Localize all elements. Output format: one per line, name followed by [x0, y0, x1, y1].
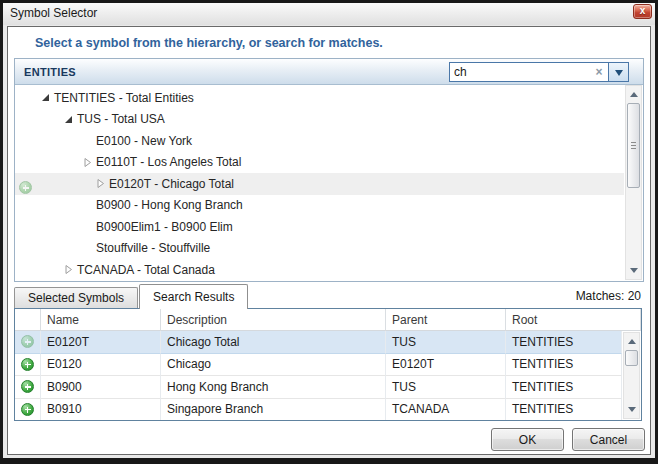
tree-item[interactable]: B0900Elim1 - B0900 Elim [15, 216, 624, 238]
tree-item[interactable]: E0110T - Los Angeles Total [15, 152, 624, 174]
column-header-icon [15, 309, 41, 331]
arrow-down-icon [630, 268, 638, 277]
collapsed-triangle-icon [64, 264, 73, 275]
entity-tree: TENTITIES - Total EntitiesTUS - Total US… [15, 85, 643, 281]
tree-item-label: TUS - Total USA [77, 112, 165, 126]
expanded-triangle-icon [65, 116, 72, 123]
search-results-table: NameDescriptionParentRoot E0120TChicago … [14, 308, 642, 421]
tree-scrollbar-thumb[interactable] [627, 103, 640, 188]
cell-parent: E0120T [386, 354, 506, 377]
row-icon-cell [15, 354, 41, 377]
arrow-down-icon [628, 407, 636, 416]
tree-item[interactable]: B0900 - Hong Kong Branch [15, 195, 624, 217]
ok-button[interactable]: OK [491, 428, 564, 451]
cancel-button[interactable]: Cancel [572, 428, 645, 451]
tree-item-label: Stouffville - Stouffville [96, 241, 210, 255]
row-icon-cell [15, 399, 41, 422]
dialog-content: Select a symbol from the hierarchy, or s… [7, 26, 651, 455]
add-symbol-icon[interactable] [21, 403, 34, 416]
arrow-up-icon [628, 335, 636, 344]
tree-item-label: TCANADA - Total Canada [77, 263, 215, 277]
scroll-up-button[interactable] [624, 334, 639, 349]
expander-spacer [81, 242, 93, 254]
search-box: × [449, 62, 629, 82]
expanded-triangle-icon [42, 94, 49, 101]
search-input[interactable] [450, 63, 590, 81]
matches-count: Matches: 20 [576, 289, 644, 308]
clear-search-icon[interactable]: × [590, 63, 608, 81]
cell-name: B0900 [41, 376, 161, 399]
row-icon-cell [15, 331, 41, 354]
cell-name: B0910 [41, 399, 161, 422]
cell-description: Singapore Branch [161, 399, 386, 422]
titlebar[interactable]: Symbol Selector x [3, 3, 655, 25]
cell-parent: TUS [386, 331, 506, 354]
expander-collapsed-icon[interactable] [62, 264, 74, 276]
scroll-down-button[interactable] [626, 263, 641, 278]
table-scrollbar-thumb[interactable] [625, 350, 638, 366]
expander-spacer [81, 135, 93, 147]
collapsed-triangle-icon [96, 178, 105, 189]
entities-header-label: ENTITIES [24, 66, 76, 78]
cell-description: Chicago [161, 354, 386, 377]
window-title: Symbol Selector [10, 6, 97, 20]
tree-item[interactable]: TUS - Total USA [15, 109, 624, 131]
search-dropdown-button[interactable] [608, 63, 628, 81]
tree-item[interactable]: E0100 - New York [15, 130, 624, 152]
cell-description: Hong Kong Branch [161, 376, 386, 399]
instruction-text: Select a symbol from the hierarchy, or s… [35, 36, 383, 50]
cell-root: TENTITIES [506, 376, 622, 399]
table-body: E0120TChicago TotalTUSTENTITIESE0120Chic… [15, 331, 622, 421]
column-header-parent[interactable]: Parent [386, 309, 506, 331]
add-symbol-icon [19, 181, 32, 194]
cell-name: E0120T [41, 331, 161, 354]
tree-item-label: B0900Elim1 - B0900 Elim [96, 220, 233, 234]
expander-collapsed-icon[interactable] [94, 178, 106, 190]
tree-item[interactable]: TENTITIES - Total Entities [15, 87, 624, 109]
entities-panel: ENTITIES × TENTITIES - Total EntitiesTUS… [14, 58, 644, 282]
tab-selected-symbols[interactable]: Selected Symbols [14, 287, 138, 308]
add-symbol-icon[interactable] [21, 335, 34, 348]
tree-item[interactable]: TCANADA - Total Canada [15, 259, 624, 281]
collapsed-triangle-icon [83, 157, 92, 168]
grip-icon [631, 142, 636, 149]
tree-item[interactable]: E0120T - Chicago Total [15, 173, 624, 195]
expander-expanded-icon[interactable] [62, 113, 74, 125]
close-button[interactable]: x [633, 4, 652, 19]
cell-root: TENTITIES [506, 354, 622, 377]
expander-expanded-icon[interactable] [39, 92, 51, 104]
expander-collapsed-icon[interactable] [81, 156, 93, 168]
tree-item-label: TENTITIES - Total Entities [54, 91, 194, 105]
expander-spacer [81, 221, 93, 233]
tab-search-results[interactable]: Search Results [139, 284, 248, 309]
tabs-row: Selected SymbolsSearch Results Matches: … [14, 283, 644, 308]
table-row[interactable]: B0910Singapore BranchTCANADATENTITIES [15, 399, 622, 422]
column-header-root[interactable]: Root [506, 309, 641, 331]
add-symbol-icon[interactable] [21, 380, 34, 393]
chevron-down-icon [615, 70, 623, 80]
close-icon: x [634, 5, 651, 17]
cell-root: TENTITIES [506, 331, 622, 354]
cell-description: Chicago Total [161, 331, 386, 354]
add-symbol-icon[interactable] [21, 358, 34, 371]
arrow-up-icon [630, 88, 638, 97]
tree-item-label: E0110T - Los Angeles Total [96, 155, 241, 169]
table-header-row: NameDescriptionParentRoot [15, 309, 641, 331]
table-row[interactable]: B0900Hong Kong BranchTUSTENTITIES [15, 376, 622, 399]
column-header-name[interactable]: Name [41, 309, 161, 331]
table-row[interactable]: E0120ChicagoE0120TTENTITIES [15, 354, 622, 377]
cell-root: TENTITIES [506, 399, 622, 422]
table-row[interactable]: E0120TChicago TotalTUSTENTITIES [15, 331, 622, 354]
entities-panel-header: ENTITIES × [15, 59, 643, 85]
tree-item-label: E0100 - New York [96, 134, 192, 148]
table-scrollbar[interactable] [623, 332, 640, 419]
column-header-description[interactable]: Description [161, 309, 386, 331]
tree-scrollbar[interactable] [625, 85, 642, 280]
scroll-up-button[interactable] [626, 87, 641, 102]
expander-spacer [81, 199, 93, 211]
scroll-down-button[interactable] [624, 402, 639, 417]
cell-name: E0120 [41, 354, 161, 377]
tree-item-label: E0120T - Chicago Total [109, 177, 234, 191]
tree-item[interactable]: Stouffville - Stouffville [15, 238, 624, 260]
tree-item-label: B0900 - Hong Kong Branch [96, 198, 243, 212]
